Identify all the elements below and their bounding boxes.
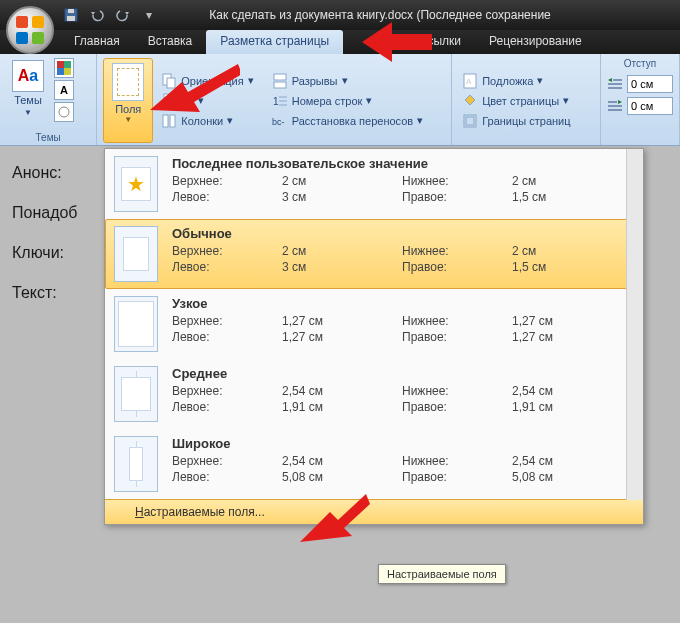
office-logo-icon [16, 16, 44, 44]
page-color-button[interactable]: Цвет страницы ▾ [458, 92, 574, 110]
ribbon: Aa Темы ▼ A Темы Поля ▼ Ориентация ▾ ер … [0, 54, 680, 146]
redo-icon[interactable] [114, 6, 132, 24]
tab-insert[interactable]: Вставка [134, 30, 207, 54]
svg-rect-14 [274, 82, 286, 88]
preset-title: Среднее [172, 366, 634, 381]
page-color-icon [462, 93, 478, 109]
margins-preset-item[interactable]: Среднее Верхнее:2,54 см Нижнее:2,54 см Л… [105, 359, 643, 429]
margins-button[interactable]: Поля ▼ [103, 58, 153, 143]
annotation-arrow-custom [300, 494, 370, 554]
svg-rect-5 [57, 68, 64, 75]
line-numbers-button[interactable]: 1Номера строк ▾ [268, 92, 427, 110]
margins-preset-item[interactable]: Широкое Верхнее:2,54 см Нижнее:2,54 см Л… [105, 429, 643, 499]
indent-label: Отступ [607, 58, 673, 69]
qat-dropdown-icon[interactable]: ▾ [140, 6, 158, 24]
preset-title: Широкое [172, 436, 634, 451]
svg-text:A: A [466, 77, 472, 86]
annotation-arrow-tab [362, 12, 432, 72]
group-themes-label: Темы [6, 132, 90, 143]
quick-access-toolbar: ▾ [62, 6, 158, 24]
custom-margins-button[interactable]: Настраиваемые поля... [105, 499, 643, 524]
tab-home[interactable]: Главная [60, 30, 134, 54]
margins-preset-item[interactable]: Последнее пользовательское значение Верх… [105, 149, 643, 219]
themes-button[interactable]: Aa Темы ▼ [6, 58, 50, 132]
page-borders-icon [462, 113, 478, 129]
theme-effects-icon[interactable] [54, 102, 74, 122]
svg-text:bc-: bc- [272, 117, 285, 127]
margin-preset-icon [114, 366, 158, 422]
margins-label: Поля [115, 103, 141, 115]
hyphenation-button[interactable]: bc-Расстановка переносов ▾ [268, 112, 427, 130]
page-borders-button[interactable]: Границы страниц [458, 112, 574, 130]
svg-rect-3 [57, 61, 64, 68]
group-indent: Отступ 0 см 0 см [601, 54, 680, 145]
indent-left-icon [607, 77, 623, 91]
svg-rect-6 [64, 68, 71, 75]
undo-icon[interactable] [88, 6, 106, 24]
svg-rect-23 [466, 117, 474, 125]
margins-dropdown: Последнее пользовательское значение Верх… [104, 148, 644, 525]
breaks-button[interactable]: Разрывы ▾ [268, 72, 427, 90]
margin-preset-icon [114, 226, 158, 282]
line-numbers-icon: 1 [272, 93, 288, 109]
theme-colors-icon[interactable] [54, 58, 74, 78]
margins-icon [112, 63, 144, 101]
svg-marker-30 [362, 22, 432, 62]
svg-marker-32 [300, 494, 370, 542]
indent-left-input[interactable]: 0 см [627, 75, 673, 93]
preset-title: Последнее пользовательское значение [172, 156, 634, 171]
svg-rect-2 [68, 9, 74, 13]
svg-rect-1 [67, 16, 75, 21]
annotation-arrow-margins [150, 62, 240, 132]
svg-rect-13 [274, 74, 286, 80]
tab-page-layout[interactable]: Разметка страницы [206, 30, 343, 54]
theme-fonts-icon[interactable]: A [54, 80, 74, 100]
dropdown-scrollbar[interactable] [626, 149, 643, 500]
group-page-background: AПодложка ▾ Цвет страницы ▾ Границы стра… [452, 54, 601, 145]
margin-preset-icon [114, 156, 158, 212]
preset-title: Узкое [172, 296, 634, 311]
breaks-icon [272, 73, 288, 89]
title-bar: ▾ Как сделать из документа книгу.docx (П… [0, 0, 680, 30]
group-themes: Aa Темы ▼ A Темы [0, 54, 97, 145]
themes-icon: Aa [12, 60, 44, 92]
margin-preset-icon [114, 296, 158, 352]
indent-right-icon [607, 99, 623, 113]
margins-preset-item[interactable]: Узкое Верхнее:1,27 см Нижнее:1,27 см Лев… [105, 289, 643, 359]
svg-marker-31 [150, 64, 240, 112]
themes-label: Темы [14, 94, 42, 106]
watermark-button[interactable]: AПодложка ▾ [458, 72, 574, 90]
tooltip: Настраиваемые поля [378, 564, 506, 584]
svg-point-7 [59, 107, 69, 117]
svg-rect-4 [64, 61, 71, 68]
tab-review[interactable]: Рецензирование [475, 30, 596, 54]
svg-text:1: 1 [273, 96, 279, 107]
indent-right-input[interactable]: 0 см [627, 97, 673, 115]
ribbon-tabs: Главная Вставка Разметка страницы Рассыл… [0, 30, 680, 54]
watermark-icon: A [462, 73, 478, 89]
office-button[interactable] [6, 6, 54, 54]
margins-preset-item[interactable]: Обычное Верхнее:2 см Нижнее:2 см Левое:3… [105, 219, 643, 289]
preset-title: Обычное [172, 226, 634, 241]
save-icon[interactable] [62, 6, 80, 24]
margin-preset-icon [114, 436, 158, 492]
hyphenation-icon: bc- [272, 113, 288, 129]
